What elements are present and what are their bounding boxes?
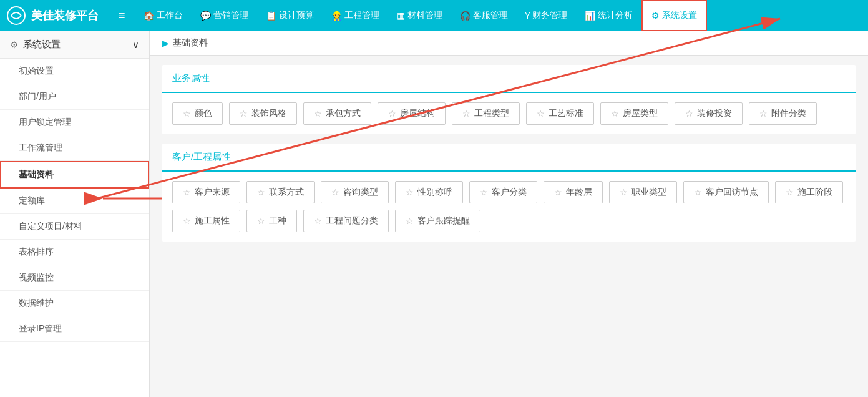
tag-house-type-label: 房屋类型	[623, 108, 658, 119]
nav-item-engineering[interactable]: 👷工程管理	[323, 0, 388, 31]
business-section: 业务属性 ☆颜色 ☆装饰风格 ☆承包方式 ☆房屋结构 ☆工程类型 ☆工艺标准 ☆…	[162, 65, 856, 134]
sidebar-item-workflow[interactable]: 工作流管理	[0, 135, 149, 161]
star-icon: ☆	[406, 187, 414, 197]
business-tags: ☆颜色 ☆装饰风格 ☆承包方式 ☆房屋结构 ☆工程类型 ☆工艺标准 ☆房屋类型 …	[162, 93, 856, 134]
tag-contact-label: 联系方式	[269, 187, 304, 198]
nav-icon-design: 📋	[266, 11, 276, 21]
tag-house-type[interactable]: ☆房屋类型	[600, 102, 668, 125]
star-icon: ☆	[257, 187, 265, 197]
tag-cust-class[interactable]: ☆客户分类	[469, 181, 537, 203]
tag-work-attr[interactable]: ☆施工属性	[172, 210, 240, 232]
chevron-down-icon: ∨	[132, 39, 139, 51]
sidebar-item-dept[interactable]: 部门/用户	[0, 84, 149, 110]
tag-visit-label: 客户回访节点	[706, 187, 758, 198]
tag-gender[interactable]: ☆性别称呼	[395, 181, 463, 203]
star-icon: ☆	[240, 109, 248, 119]
tag-gender-label: 性别称呼	[417, 187, 452, 198]
gear-icon: ⚙	[10, 39, 18, 51]
star-icon: ☆	[462, 109, 471, 119]
tag-visit[interactable]: ☆客户回访节点	[683, 181, 769, 203]
tag-follow-label: 客户跟踪提醒	[417, 215, 470, 227]
tag-craft[interactable]: ☆工艺标准	[526, 102, 594, 125]
star-icon: ☆	[406, 216, 414, 226]
tag-work-type-label: 工种	[269, 215, 286, 227]
nav-item-stats[interactable]: 📊统计分析	[576, 0, 641, 31]
star-icon: ☆	[554, 187, 562, 197]
sidebar-item-custom[interactable]: 自定义项目/材料	[0, 214, 149, 240]
tag-work-type[interactable]: ☆工种	[246, 210, 297, 232]
tag-attachment-label: 附件分类	[771, 108, 806, 119]
nav-item-workbench[interactable]: 🏠工作台	[135, 0, 192, 31]
star-icon: ☆	[620, 187, 628, 197]
tag-color-label: 颜色	[195, 108, 212, 119]
tag-house[interactable]: ☆房屋结构	[378, 102, 446, 125]
tag-contract[interactable]: ☆承包方式	[303, 102, 371, 125]
tag-work-attr-label: 施工属性	[195, 215, 230, 227]
customer-section: 客户/工程属性 ☆客户来源 ☆联系方式 ☆咨询类型 ☆性别称呼 ☆客户分类 ☆年…	[162, 144, 856, 242]
tag-invest[interactable]: ☆装修投资	[675, 102, 743, 125]
nav-icon-finance: ¥	[525, 11, 530, 21]
sidebar-item-data[interactable]: 数据维护	[0, 291, 149, 316]
tag-project-type-label: 工程类型	[474, 108, 509, 119]
star-icon: ☆	[314, 216, 322, 226]
tag-contract-label: 承包方式	[326, 108, 361, 119]
sidebar-item-quota[interactable]: 定额库	[0, 189, 149, 214]
tag-age[interactable]: ☆年龄层	[544, 181, 603, 203]
sidebar-item-init[interactable]: 初始设置	[0, 59, 149, 84]
sidebar-item-basic[interactable]: 基础资料	[0, 161, 149, 189]
tag-invest-label: 装修投资	[697, 108, 732, 119]
breadcrumb: ▶ 基础资料	[150, 31, 868, 56]
tag-project-type[interactable]: ☆工程类型	[452, 102, 520, 125]
tag-profession[interactable]: ☆职业类型	[609, 181, 677, 203]
tag-craft-label: 工艺标准	[549, 108, 583, 119]
tag-follow[interactable]: ☆客户跟踪提醒	[395, 210, 480, 232]
nav-item-finance[interactable]: ¥财务管理	[517, 0, 577, 31]
business-section-title: 业务属性	[162, 65, 856, 93]
star-icon: ☆	[480, 187, 488, 197]
tag-issue[interactable]: ☆工程问题分类	[303, 210, 389, 232]
sidebar-section-header[interactable]: ⚙ 系统设置 ∨	[0, 31, 149, 59]
tag-color[interactable]: ☆颜色	[172, 102, 223, 125]
sidebar-item-video[interactable]: 视频监控	[0, 265, 149, 291]
tag-contact[interactable]: ☆联系方式	[246, 181, 315, 203]
nav-item-customer[interactable]: 🎧客服管理	[451, 0, 517, 31]
star-icon: ☆	[257, 216, 265, 226]
tag-consult[interactable]: ☆咨询类型	[321, 181, 389, 203]
sidebar-section-label: 系统设置	[23, 39, 61, 51]
breadcrumb-label: 基础资料	[173, 37, 208, 49]
nav-label-finance: 财务管理	[532, 10, 567, 21]
layout: ⚙ 系统设置 ∨ 初始设置 部门/用户 用户锁定管理 工作流管理 基础资料 定额…	[0, 31, 868, 397]
nav-icon-marketing: 💬	[200, 11, 211, 21]
nav-label-customer: 客服管理	[473, 10, 508, 21]
star-icon: ☆	[183, 187, 191, 197]
tag-source[interactable]: ☆客户来源	[172, 181, 240, 203]
nav-icon-stats: 📊	[585, 11, 595, 21]
star-icon: ☆	[388, 109, 396, 119]
star-icon: ☆	[685, 109, 693, 119]
nav-label-materials: 材料管理	[407, 10, 442, 21]
svg-point-0	[7, 7, 25, 24]
menu-toggle-icon[interactable]: ≡	[119, 9, 125, 22]
nav-item-marketing[interactable]: 💬营销管理	[192, 0, 257, 31]
nav-icon-materials: ▦	[397, 11, 405, 21]
tag-style-label: 装饰风格	[251, 108, 286, 119]
sidebar-item-ip[interactable]: 登录IP管理	[0, 316, 149, 342]
nav-item-materials[interactable]: ▦材料管理	[388, 0, 451, 31]
nav-label-marketing: 营销管理	[213, 10, 248, 21]
logo[interactable]: 美佳装修平台	[6, 6, 119, 26]
logo-icon	[6, 6, 26, 26]
tag-cust-class-label: 客户分类	[492, 187, 527, 198]
nav-item-settings[interactable]: ⚙系统设置	[641, 0, 707, 31]
tag-style[interactable]: ☆装饰风格	[229, 102, 297, 125]
sidebar-item-lock[interactable]: 用户锁定管理	[0, 110, 149, 135]
nav-item-design[interactable]: 📋设计预算	[257, 0, 323, 31]
tag-consult-label: 咨询类型	[343, 187, 378, 198]
sidebar-item-table[interactable]: 表格排序	[0, 240, 149, 265]
customer-section-title: 客户/工程属性	[162, 144, 856, 172]
tag-attachment[interactable]: ☆附件分类	[749, 102, 817, 125]
nav-label-design: 设计预算	[279, 10, 314, 21]
star-icon: ☆	[694, 187, 702, 197]
star-icon: ☆	[537, 109, 545, 119]
tag-phase[interactable]: ☆施工阶段	[775, 181, 843, 203]
tag-age-label: 年龄层	[566, 187, 592, 198]
